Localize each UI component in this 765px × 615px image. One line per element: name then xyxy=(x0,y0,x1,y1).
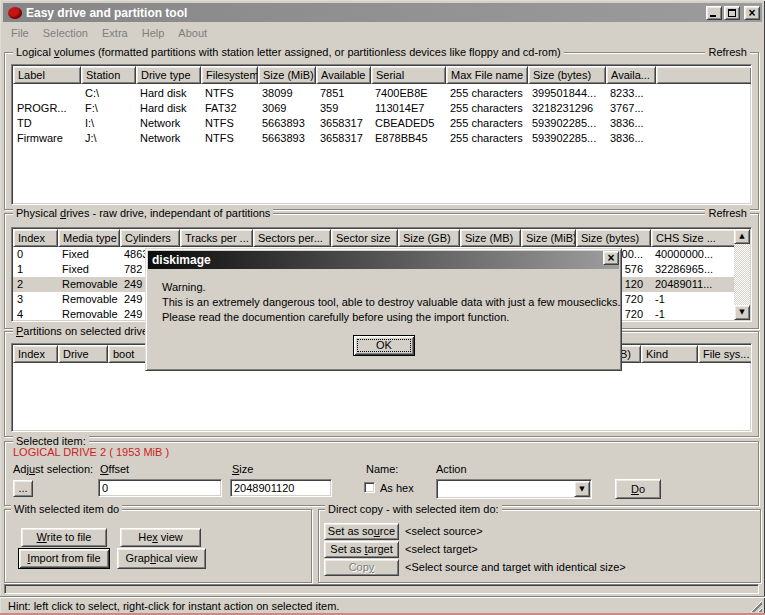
graphical-view-button[interactable]: Graphical view xyxy=(117,548,206,569)
progress-bar xyxy=(4,584,759,594)
focus-rect xyxy=(357,339,411,352)
table-row[interactable]: C:\Hard diskNTFS3809978517400EB8E255 cha… xyxy=(13,86,750,101)
partitions-title: Partitions on selected drive ( xyxy=(13,325,158,338)
menu-about[interactable]: About xyxy=(178,27,207,39)
do-button[interactable]: Do xyxy=(615,479,661,499)
column-header[interactable]: Index xyxy=(13,345,58,363)
minimize-button[interactable] xyxy=(706,6,722,20)
vertical-scrollbar[interactable]: ▲ ▼ xyxy=(734,229,750,320)
close-button[interactable]: × xyxy=(744,6,760,20)
column-header[interactable]: Sectors per... xyxy=(253,229,331,247)
set-as-source-button[interactable]: Set as source xyxy=(324,523,399,540)
column-header[interactable]: Size (bytes) xyxy=(528,66,606,84)
column-header[interactable]: Media type xyxy=(58,229,120,247)
copy-button[interactable]: Copy xyxy=(324,559,399,576)
column-header-filler xyxy=(656,66,752,84)
maximize-button[interactable] xyxy=(724,6,740,20)
diskimage-dialog: diskimage × Warning. This is an extremel… xyxy=(145,248,622,371)
column-header[interactable]: Serial xyxy=(371,66,446,84)
logical-header-row: LabelStationDrive typeFilesystemSize (Mi… xyxy=(13,66,752,84)
column-header[interactable]: Size (MB) xyxy=(460,229,521,247)
column-header[interactable]: Size (MiB) xyxy=(521,229,576,247)
window-title: Easy drive and partition tool xyxy=(26,6,187,20)
column-header[interactable]: Size (MiB) xyxy=(258,66,316,84)
column-header[interactable]: Size (GB) xyxy=(398,229,460,247)
column-header[interactable]: Tracks per ... xyxy=(180,229,253,247)
maximize-icon xyxy=(728,9,736,17)
scroll-down-button[interactable]: ▼ xyxy=(734,305,750,320)
target-hint: <select target> xyxy=(405,543,478,555)
with-item-title: With selected item do xyxy=(11,503,122,516)
chevron-down-icon: ▼ xyxy=(579,485,584,493)
menu-selection[interactable]: Selection xyxy=(43,27,88,39)
logical-volumes-group: Logical volumes (formatted partitions wi… xyxy=(4,52,759,210)
logical-volumes-list[interactable]: LabelStationDrive typeFilesystemSize (Mi… xyxy=(11,64,752,205)
ok-button[interactable]: OK xyxy=(353,335,415,356)
with-item-group: With selected item do Write to file Impo… xyxy=(4,509,312,583)
direct-copy-group: Direct copy - with selected item do: Set… xyxy=(318,509,761,583)
physical-refresh-button[interactable]: Refresh xyxy=(705,207,750,220)
combobox-dropdown-button[interactable]: ▼ xyxy=(574,481,590,497)
logical-rows: C:\Hard diskNTFS3809978517400EB8E255 cha… xyxy=(13,86,750,146)
app-icon[interactable] xyxy=(8,7,22,19)
set-as-target-button[interactable]: Set as target xyxy=(324,541,399,558)
adjust-selection-label: Adjust selection: xyxy=(13,463,93,475)
app-window: Easy drive and partition tool × File Sel… xyxy=(0,0,765,615)
column-header[interactable]: Size (bytes) xyxy=(576,229,651,247)
logical-volumes-title: Logical volumes (formatted partitions wi… xyxy=(13,46,564,59)
column-header[interactable]: Index xyxy=(13,229,58,247)
name-label: Name: xyxy=(366,463,398,475)
direct-copy-title: Direct copy - with selected item do: xyxy=(325,503,502,516)
column-header[interactable]: Station xyxy=(81,66,136,84)
import-from-file-button[interactable]: Import from file xyxy=(18,548,110,569)
statusbar: Hint: left click to select, right-click … xyxy=(0,596,765,614)
column-header[interactable]: Kind xyxy=(641,345,698,363)
dialog-titlebar[interactable]: diskimage xyxy=(148,251,619,269)
physical-drives-title: Physical drives - raw drive, independant… xyxy=(13,207,273,220)
column-header[interactable]: Max File name xyxy=(446,66,528,84)
status-hint: Hint: left click to select, right-click … xyxy=(8,600,339,612)
column-header[interactable]: Available xyxy=(316,66,371,84)
scroll-down-icon: ▼ xyxy=(739,308,744,316)
resize-grip-icon[interactable] xyxy=(749,599,762,612)
menubar: File Selection Extra Help About xyxy=(3,24,765,41)
action-combobox[interactable]: ▼ xyxy=(436,479,592,499)
table-row[interactable]: FirmwareJ:\NetworkNTFS56638933658317E878… xyxy=(13,131,750,146)
logical-refresh-button[interactable]: Refresh xyxy=(705,46,750,59)
menu-help[interactable]: Help xyxy=(142,27,165,39)
scroll-up-icon: ▲ xyxy=(739,232,744,240)
dialog-message-line: This is an extremely dangerous tool, abl… xyxy=(162,296,621,308)
offset-label: Offset xyxy=(100,463,129,475)
as-hex-checkbox[interactable] xyxy=(364,482,375,493)
size-input[interactable]: 2048901120 xyxy=(230,479,332,497)
table-row[interactable]: TDI:\NetworkNTFS56638933658317CBEADED525… xyxy=(13,116,750,131)
column-header[interactable]: Sector size xyxy=(331,229,398,247)
action-label: Action xyxy=(436,463,467,475)
column-header[interactable]: File sys... xyxy=(698,345,752,363)
adjust-selection-button[interactable]: ... xyxy=(13,480,33,497)
column-header[interactable]: Availa... xyxy=(606,66,656,84)
selected-item-group: Selected item: LOGICAL DRIVE 2 ( 1953 Mi… xyxy=(4,441,759,506)
table-row[interactable]: PROGR...F:\Hard diskFAT323069359113014E7… xyxy=(13,101,750,116)
dialog-close-button[interactable]: × xyxy=(603,251,619,265)
dialog-title: diskimage xyxy=(152,253,211,267)
offset-input[interactable]: 0 xyxy=(98,479,222,497)
copy-hint: <Select source and target with identical… xyxy=(405,561,626,573)
close-icon: × xyxy=(604,251,618,265)
hex-view-button[interactable]: Hex view xyxy=(120,528,201,547)
menu-file[interactable]: File xyxy=(11,27,29,39)
selected-item-value: LOGICAL DRIVE 2 ( 1953 MiB ) xyxy=(13,446,169,458)
column-header[interactable]: CHS Size ... xyxy=(651,229,738,247)
column-header[interactable]: Label xyxy=(13,66,81,84)
menu-extra[interactable]: Extra xyxy=(102,27,128,39)
titlebar[interactable]: Easy drive and partition tool × xyxy=(3,3,762,22)
close-icon: × xyxy=(745,6,759,20)
write-to-file-button[interactable]: Write to file xyxy=(21,528,107,547)
column-header[interactable]: Drive type xyxy=(136,66,201,84)
source-hint: <select source> xyxy=(405,525,483,537)
minimize-icon xyxy=(710,15,716,17)
column-header[interactable]: Drive xyxy=(58,345,108,363)
column-header[interactable]: Filesystem xyxy=(201,66,258,84)
column-header[interactable]: Cylinders xyxy=(120,229,180,247)
scroll-up-button[interactable]: ▲ xyxy=(734,229,750,244)
